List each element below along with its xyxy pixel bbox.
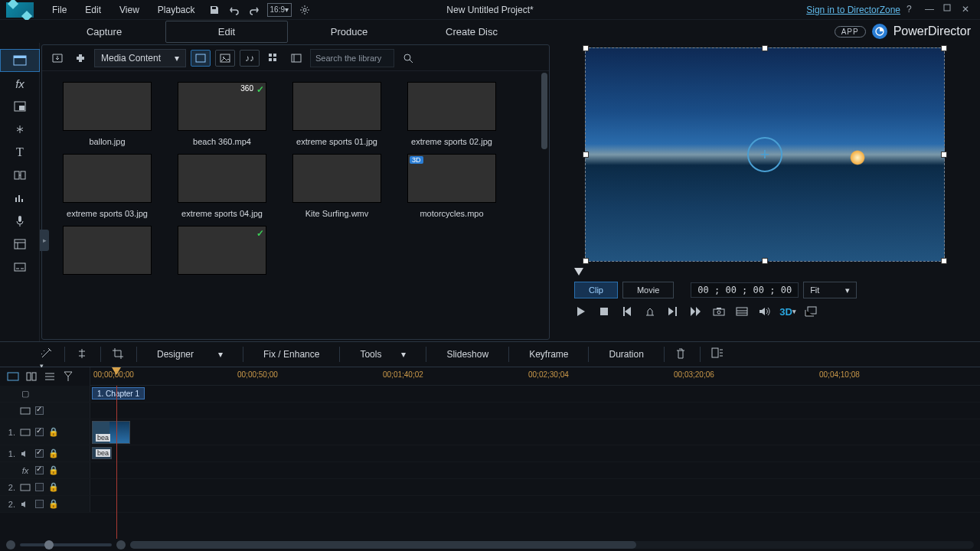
redo-icon[interactable] [247, 3, 261, 17]
track-visible-checkbox[interactable] [35, 483, 44, 491]
track-body[interactable]: 1. Chapter 1 [90, 386, 980, 402]
mode-produce[interactable]: Produce [288, 21, 410, 42]
preview-mode-clip[interactable]: Clip [574, 282, 618, 298]
preview-canvas[interactable]: + [585, 47, 945, 262]
split-icon[interactable] [76, 347, 90, 361]
library-scrollbar[interactable] [541, 73, 547, 149]
lock-icon[interactable]: 🔒 [48, 427, 59, 437]
resize-handle[interactable] [583, 45, 589, 51]
lock-icon[interactable]: 🔒 [48, 448, 59, 458]
track-head[interactable]: 2.🔒 [0, 496, 90, 512]
track-body[interactable]: bea [90, 445, 980, 461]
save-icon[interactable] [207, 3, 221, 17]
timeline-marker-icon[interactable] [61, 370, 75, 383]
track-visible-checkbox[interactable] [35, 449, 44, 458]
media-thumb[interactable]: extreme sports 04.jpg [165, 154, 279, 218]
plugin-icon[interactable] [71, 49, 90, 67]
filter-image-icon[interactable] [215, 50, 235, 67]
volume-icon[interactable] [758, 305, 772, 318]
lock-icon[interactable]: 🔒 [48, 499, 59, 509]
track-head[interactable]: 1.🔒 [0, 419, 90, 445]
snapshot-icon[interactable] [712, 305, 726, 318]
track-head[interactable]: fx🔒 [0, 462, 90, 478]
lock-icon[interactable]: 🔒 [48, 482, 59, 492]
video-clip[interactable]: bea [92, 421, 130, 444]
menu-file[interactable]: File [43, 2, 76, 18]
track-visible-checkbox[interactable] [35, 500, 44, 508]
track-head[interactable]: 1.🔒 [0, 445, 90, 461]
track-head[interactable]: 2.🔒 [0, 479, 90, 495]
track-head[interactable] [0, 403, 90, 419]
more-functions-icon[interactable] [711, 347, 725, 361]
resize-handle[interactable] [941, 258, 947, 264]
resize-handle[interactable] [941, 45, 947, 51]
media-room-icon[interactable] [0, 49, 40, 72]
mode-capture[interactable]: Capture [43, 21, 165, 42]
signin-link[interactable]: Sign in to DirectorZone [806, 5, 900, 15]
timeline-view-movie-icon[interactable] [6, 370, 20, 383]
media-thumb[interactable]: extreme sports 01.jpg [279, 82, 394, 146]
trash-icon[interactable] [675, 347, 689, 361]
preview-quality-icon[interactable] [735, 305, 749, 318]
next-frame-icon[interactable] [666, 305, 680, 318]
track-body[interactable] [90, 462, 980, 478]
filter-all-icon[interactable] [191, 50, 211, 67]
playhead-line[interactable] [116, 386, 117, 539]
slideshow-button[interactable]: Slideshow [437, 349, 498, 360]
duration-button[interactable]: Duration [599, 349, 652, 360]
stop-icon[interactable] [597, 305, 611, 318]
search-icon[interactable] [399, 49, 417, 67]
track-body[interactable]: bea [90, 419, 980, 445]
step-icon[interactable] [643, 305, 657, 318]
maximize-icon[interactable] [943, 4, 956, 16]
chapter-marker[interactable]: 1. Chapter 1 [92, 387, 145, 399]
settings-icon[interactable] [298, 3, 312, 17]
track-manager-icon[interactable] [43, 370, 57, 383]
menu-edit[interactable]: Edit [76, 2, 110, 18]
fix-enhance-button[interactable]: Fix / Enhance [254, 349, 328, 360]
zoom-slider[interactable] [20, 543, 112, 546]
media-thumb[interactable]: extreme sports 02.jpg [394, 82, 509, 146]
magic-tools-icon[interactable]: ▾ [40, 347, 54, 361]
media-thumb[interactable]: extreme sports 03.jpg [50, 154, 165, 218]
pip-room-icon[interactable] [0, 95, 40, 118]
preview-timecode[interactable]: 00 ; 00 ; 00 ; 00 [691, 282, 799, 298]
aspect-ratio-select[interactable]: 16:9 ▾ [267, 3, 292, 17]
track-head-chapter[interactable]: ▢ [0, 386, 90, 402]
timeline-scrollbar[interactable] [130, 541, 974, 549]
media-thumb[interactable]: ballon.jpg [50, 82, 165, 146]
preview-zoom-select[interactable]: Fit▾ [803, 282, 857, 298]
zoom-thumb[interactable] [44, 540, 54, 549]
seek-marker-icon[interactable] [574, 268, 583, 276]
zoom-out-icon[interactable] [6, 540, 15, 549]
designer-button[interactable]: Designer▾ [148, 349, 232, 360]
resize-handle[interactable] [583, 152, 589, 158]
particle-room-icon[interactable] [0, 118, 40, 141]
filter-audio-icon[interactable]: ♪♪ [240, 50, 260, 67]
media-filter-select[interactable]: Media Content▾ [94, 49, 186, 67]
transition-room-icon[interactable] [0, 164, 40, 187]
media-thumb[interactable]: 3Dmotorcycles.mpo [394, 154, 509, 218]
media-thumb[interactable]: 360✓beach 360.mp4 [165, 82, 279, 146]
track-visible-checkbox[interactable] [35, 428, 44, 436]
app-store-pill[interactable]: APP [835, 26, 866, 37]
fast-forward-icon[interactable] [689, 305, 703, 318]
subtitle-room-icon[interactable] [0, 256, 40, 279]
chapter-room-icon[interactable] [0, 233, 40, 256]
mode-create-disc[interactable]: Create Disc [410, 21, 533, 42]
timeline-ruler[interactable]: 00;00;00;00 00;00;50;00 00;01;40;02 00;0… [90, 367, 980, 386]
track-body[interactable] [90, 496, 980, 512]
undo-icon[interactable] [227, 3, 241, 17]
resize-handle[interactable] [941, 152, 947, 158]
audio-mix-room-icon[interactable] [0, 187, 40, 210]
grid-view-icon[interactable] [264, 49, 283, 67]
zoom-in-icon[interactable] [116, 540, 126, 549]
lock-icon[interactable]: 🔒 [48, 465, 59, 475]
prev-frame-icon[interactable] [620, 305, 634, 318]
fx-room-icon[interactable]: fx [0, 72, 40, 95]
menu-view[interactable]: View [110, 2, 149, 18]
resize-handle[interactable] [762, 45, 768, 51]
media-thumb[interactable]: ✓ [165, 226, 279, 281]
media-thumb[interactable] [50, 226, 165, 281]
preview-mode-movie[interactable]: Movie [622, 282, 674, 298]
